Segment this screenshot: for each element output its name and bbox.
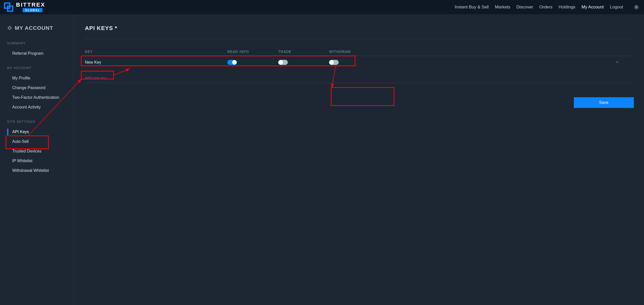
- svg-line-6: [638, 8, 638, 9]
- sidebar-item-two-factor[interactable]: Two-Factor Authentication: [7, 93, 73, 102]
- logo-text: BITTREX GLOBAL: [16, 2, 45, 12]
- header: BITTREX GLOBAL Instant Buy & Sell Market…: [0, 0, 644, 14]
- sidebar-section-my-account: MY ACCOUNT: [7, 66, 73, 70]
- nav-instant-buy-sell[interactable]: Instant Buy & Sell: [455, 4, 489, 11]
- api-key-name: New Key: [85, 60, 227, 65]
- save-button[interactable]: Save: [574, 97, 634, 108]
- col-withdraw: WITHDRAW: [329, 50, 380, 54]
- sidebar-item-change-password[interactable]: Change Password: [7, 83, 73, 93]
- sidebar-item-trusted-devices[interactable]: Trusted Devices: [7, 146, 73, 156]
- svg-line-10: [638, 6, 638, 6]
- sidebar-section-site-settings: SITE SETTINGS: [7, 120, 73, 123]
- logo-icon: [4, 2, 13, 12]
- add-new-key-link[interactable]: Add new key...: [85, 76, 110, 80]
- nav-discover[interactable]: Discover: [516, 4, 533, 11]
- logo-brand: BITTREX: [16, 2, 45, 8]
- nav-my-account[interactable]: My Account: [581, 4, 604, 11]
- sidebar: MY ACCOUNT SUMMARY Referral Program MY A…: [0, 14, 74, 305]
- close-icon: ×: [616, 60, 619, 65]
- main: API KEYS * KEY READ INFO TRADE WITHDRAW …: [74, 14, 644, 305]
- sidebar-item-api-keys[interactable]: API Keys: [7, 127, 73, 137]
- col-key: KEY: [85, 50, 227, 54]
- nav-markets[interactable]: Markets: [495, 4, 510, 11]
- gear-icon: [7, 25, 12, 31]
- sidebar-item-account-activity[interactable]: Account Activity: [7, 102, 73, 112]
- content-wrap: MY ACCOUNT SUMMARY Referral Program MY A…: [0, 14, 644, 305]
- sidebar-item-withdrawal-whitelist[interactable]: Withdrawal Whitelist: [7, 166, 73, 175]
- sidebar-item-referral-program[interactable]: Referral Program: [7, 49, 73, 58]
- nav-orders[interactable]: Orders: [539, 4, 552, 11]
- theme-toggle-button[interactable]: [634, 5, 639, 10]
- add-key-section: Add new key...: [85, 76, 634, 83]
- sidebar-title: MY ACCOUNT: [7, 25, 73, 31]
- svg-line-5: [635, 6, 635, 6]
- logo[interactable]: BITTREX GLOBAL: [4, 2, 45, 12]
- page-title: API KEYS *: [85, 25, 634, 39]
- col-trade: TRADE: [278, 50, 329, 54]
- col-read-info: READ INFO: [227, 50, 278, 54]
- svg-line-9: [635, 8, 635, 9]
- nav-logout[interactable]: Logout: [610, 4, 623, 11]
- api-key-row: New Key ×: [85, 56, 634, 68]
- sidebar-item-my-profile[interactable]: My Profile: [7, 73, 73, 83]
- toggle-withdraw[interactable]: [329, 60, 339, 65]
- nav-holdings[interactable]: Holdings: [559, 4, 575, 11]
- top-nav: Instant Buy & Sell Markets Discover Orde…: [455, 4, 639, 11]
- sun-icon: [634, 5, 639, 10]
- sidebar-item-auto-sell[interactable]: Auto-Sell: [7, 137, 73, 146]
- sidebar-section-summary: SUMMARY: [7, 41, 73, 45]
- toggle-trade[interactable]: [278, 60, 288, 65]
- delete-key-button[interactable]: ×: [380, 60, 634, 65]
- save-row: Save: [85, 97, 634, 108]
- logo-badge: GLOBAL: [23, 8, 42, 12]
- sidebar-item-ip-whitelist[interactable]: IP Whitelist: [7, 156, 73, 166]
- sidebar-title-text: MY ACCOUNT: [15, 25, 53, 31]
- api-keys-table-header: KEY READ INFO TRADE WITHDRAW: [85, 50, 634, 56]
- svg-point-2: [636, 6, 637, 8]
- toggle-read-info[interactable]: [227, 60, 237, 65]
